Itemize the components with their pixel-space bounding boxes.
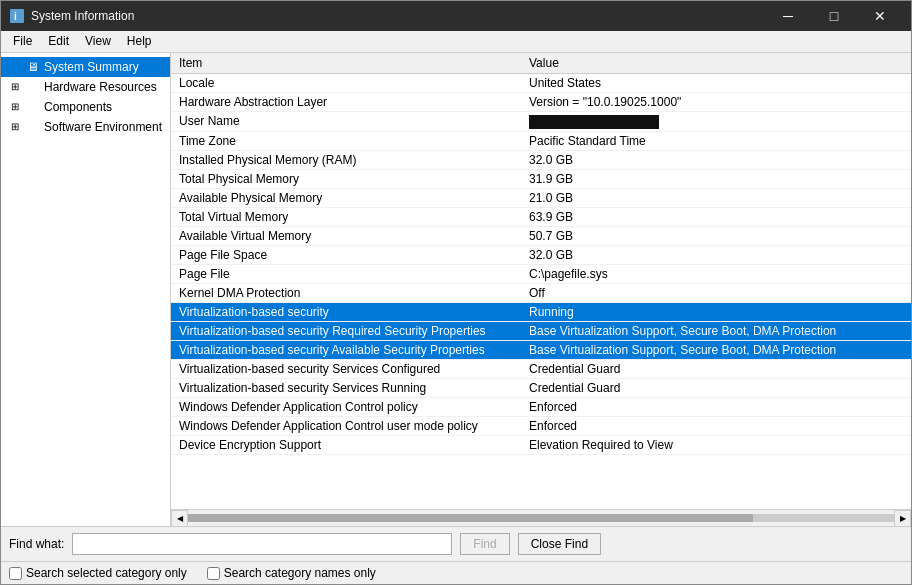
maximize-button[interactable]: □: [811, 1, 857, 31]
sidebar-label-components: Components: [44, 100, 112, 114]
table-row[interactable]: Virtualization-based security Available …: [171, 340, 911, 359]
sidebar-item-hardware-resources[interactable]: ⊞ Hardware Resources: [1, 77, 170, 97]
menu-edit[interactable]: Edit: [40, 32, 77, 50]
table-row[interactable]: Total Virtual Memory63.9 GB: [171, 207, 911, 226]
table-row[interactable]: Virtualization-based security Required S…: [171, 321, 911, 340]
table-cell-item: Total Virtual Memory: [171, 207, 521, 226]
table-row[interactable]: Available Physical Memory21.0 GB: [171, 188, 911, 207]
search-selected-category-text: Search selected category only: [26, 566, 187, 580]
menu-help[interactable]: Help: [119, 32, 160, 50]
expander-components: ⊞: [7, 99, 23, 115]
folder-icon: 🖥: [25, 59, 41, 75]
table-row[interactable]: Time ZonePacific Standard Time: [171, 131, 911, 150]
table-body: LocaleUnited StatesHardware Abstraction …: [171, 73, 911, 454]
app-icon: i: [9, 8, 25, 24]
horizontal-scrollbar[interactable]: ◀ ▶: [171, 509, 911, 526]
sidebar-label-software: Software Environment: [44, 120, 162, 134]
sidebar-label-system-summary: System Summary: [44, 60, 139, 74]
scroll-thumb[interactable]: [188, 514, 753, 522]
table-row[interactable]: Kernel DMA ProtectionOff: [171, 283, 911, 302]
table-row[interactable]: Virtualization-based security Services R…: [171, 378, 911, 397]
table-cell-value: Version = "10.0.19025.1000": [521, 92, 911, 111]
table-row[interactable]: Installed Physical Memory (RAM)32.0 GB: [171, 150, 911, 169]
main-container: 🖥 System Summary ⊞ Hardware Resources ⊞ …: [1, 53, 911, 584]
search-category-names-checkbox[interactable]: [207, 567, 220, 580]
expander-software: ⊞: [7, 119, 23, 135]
find-label: Find what:: [9, 537, 64, 551]
table-scroll-container[interactable]: Item Value LocaleUnited StatesHardware A…: [171, 53, 911, 509]
table-cell-item: Device Encryption Support: [171, 435, 521, 454]
search-selected-category-label[interactable]: Search selected category only: [9, 566, 187, 580]
menu-view[interactable]: View: [77, 32, 119, 50]
table-cell-value: Elevation Required to View: [521, 435, 911, 454]
search-selected-category-checkbox[interactable]: [9, 567, 22, 580]
table-row[interactable]: Page FileC:\pagefile.sys: [171, 264, 911, 283]
table-cell-item: Virtualization-based security Required S…: [171, 321, 521, 340]
table-row[interactable]: User Name: [171, 111, 911, 131]
left-panel: 🖥 System Summary ⊞ Hardware Resources ⊞ …: [1, 53, 171, 526]
col-header-item: Item: [171, 53, 521, 74]
table-cell-value: Pacific Standard Time: [521, 131, 911, 150]
table-row[interactable]: Windows Defender Application Control pol…: [171, 397, 911, 416]
table-cell-item: Virtualization-based security: [171, 302, 521, 321]
title-bar-left: i System Information: [9, 8, 134, 24]
table-cell-item: Kernel DMA Protection: [171, 283, 521, 302]
table-cell-value: 21.0 GB: [521, 188, 911, 207]
table-row[interactable]: Windows Defender Application Control use…: [171, 416, 911, 435]
find-input[interactable]: [72, 533, 452, 555]
table-cell-item: Available Physical Memory: [171, 188, 521, 207]
menu-file[interactable]: File: [5, 32, 40, 50]
close-button[interactable]: ✕: [857, 1, 903, 31]
table-row[interactable]: Available Virtual Memory50.7 GB: [171, 226, 911, 245]
table-cell-item: Total Physical Memory: [171, 169, 521, 188]
sidebar-item-components[interactable]: ⊞ Components: [1, 97, 170, 117]
content-area: 🖥 System Summary ⊞ Hardware Resources ⊞ …: [1, 53, 911, 526]
table-row[interactable]: Device Encryption SupportElevation Requi…: [171, 435, 911, 454]
table-row[interactable]: Page File Space32.0 GB: [171, 245, 911, 264]
expander-hardware: ⊞: [7, 79, 23, 95]
sidebar-label-hardware: Hardware Resources: [44, 80, 157, 94]
col-header-value: Value: [521, 53, 911, 74]
components-icon: [25, 99, 41, 115]
table-cell-item: Time Zone: [171, 131, 521, 150]
scroll-right-button[interactable]: ▶: [894, 510, 911, 527]
data-table: Item Value LocaleUnited StatesHardware A…: [171, 53, 911, 455]
table-cell-value: Credential Guard: [521, 359, 911, 378]
table-cell-item: Virtualization-based security Services R…: [171, 378, 521, 397]
table-row[interactable]: Virtualization-based securityRunning: [171, 302, 911, 321]
table-row[interactable]: Hardware Abstraction LayerVersion = "10.…: [171, 92, 911, 111]
scroll-left-button[interactable]: ◀: [171, 510, 188, 527]
sidebar-item-system-summary[interactable]: 🖥 System Summary: [1, 57, 170, 77]
table-cell-value: Enforced: [521, 397, 911, 416]
table-cell-item: Installed Physical Memory (RAM): [171, 150, 521, 169]
window-title: System Information: [31, 9, 134, 23]
table-cell-item: Windows Defender Application Control use…: [171, 416, 521, 435]
table-row[interactable]: LocaleUnited States: [171, 73, 911, 92]
table-cell-value: 50.7 GB: [521, 226, 911, 245]
table-row[interactable]: Virtualization-based security Services C…: [171, 359, 911, 378]
table-row[interactable]: Total Physical Memory31.9 GB: [171, 169, 911, 188]
minimize-button[interactable]: ─: [765, 1, 811, 31]
table-cell-value: Base Virtualization Support, Secure Boot…: [521, 340, 911, 359]
hardware-icon: [25, 79, 41, 95]
table-cell-item: Locale: [171, 73, 521, 92]
expander-system-summary: [7, 59, 23, 75]
table-cell-item: Hardware Abstraction Layer: [171, 92, 521, 111]
table-cell-value: C:\pagefile.sys: [521, 264, 911, 283]
search-category-names-label[interactable]: Search category names only: [207, 566, 376, 580]
main-window: i System Information ─ □ ✕ File Edit Vie…: [0, 0, 912, 585]
table-cell-value: Off: [521, 283, 911, 302]
sidebar-item-software-environment[interactable]: ⊞ Software Environment: [1, 117, 170, 137]
find-button[interactable]: Find: [460, 533, 509, 555]
search-category-names-text: Search category names only: [224, 566, 376, 580]
redacted-value: [529, 115, 659, 129]
scroll-track[interactable]: [188, 514, 894, 522]
table-cell-item: Page File: [171, 264, 521, 283]
table-cell-item: Windows Defender Application Control pol…: [171, 397, 521, 416]
title-bar: i System Information ─ □ ✕: [1, 1, 911, 31]
software-icon: [25, 119, 41, 135]
right-panel: Item Value LocaleUnited StatesHardware A…: [171, 53, 911, 526]
menu-bar: File Edit View Help: [1, 31, 911, 53]
table-cell-value: 32.0 GB: [521, 245, 911, 264]
close-find-button[interactable]: Close Find: [518, 533, 601, 555]
